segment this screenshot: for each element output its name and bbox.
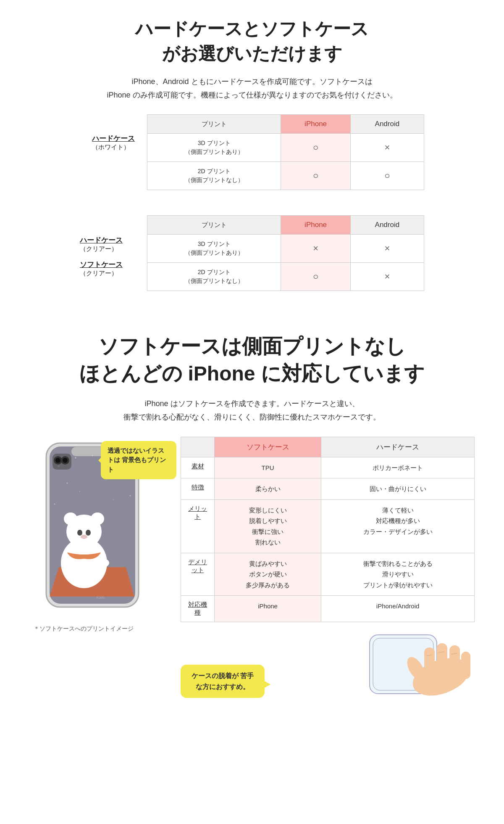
bottom-bubble: ケースの脱着が 苦手な方におすすめ。 xyxy=(181,665,265,698)
section1-description: iPhone、Android ともにハードケースを作成可能です。ソフトケースは … xyxy=(25,75,479,102)
table1-row-labels: ハードケース （ホワイト） xyxy=(80,114,147,156)
table1: プリント iPhone Android 3D プリント（側面プリントあり） ○ … xyxy=(147,114,424,190)
table1-header-android: Android xyxy=(350,115,424,134)
svg-rect-34 xyxy=(449,645,460,677)
compare-header-hard: ハードケース xyxy=(321,437,475,457)
svg-point-9 xyxy=(92,455,93,456)
comparison-area: 透過ではないイラストは 背景色もプリント xyxy=(25,437,479,707)
soft-merit: 変形しにくい脱着しやすい衝撃に強い割れない xyxy=(215,499,321,553)
table-row: 素材 TPU ポリカーボネート xyxy=(181,457,475,478)
label-material: 素材 xyxy=(181,457,215,478)
table2-label-main1: ハードケース xyxy=(80,235,147,245)
phone-image-container: 透過ではないイラストは 背景色もプリント xyxy=(42,437,160,622)
table2-label-main2: ソフトケース xyxy=(80,260,147,269)
svg-point-12 xyxy=(79,491,80,492)
section2: ソフトケースは側面プリントなし ほとんどの iPhone に対応しています iP… xyxy=(0,316,504,719)
table2-header-print: プリント xyxy=(147,216,281,235)
compare-table: ソフトケース ハードケース 素材 TPU ポリカーボネート 特徴 柔らかい 固い… xyxy=(181,437,475,623)
table1-header-iphone: iPhone xyxy=(281,115,350,134)
table2-header-android: Android xyxy=(350,216,424,235)
table1-wrapper: ハードケース （ホワイト） プリント iPhone Android 3D プリン… xyxy=(25,114,479,190)
table-row: メリット 変形しにくい脱着しやすい衝撃に強い割れない 薄くて軽い対応機種が多いカ… xyxy=(181,499,475,553)
table2-wrapper: ハードケース （クリアー） ソフトケース （クリアー） プリント iPhone … xyxy=(25,215,479,291)
phone-note: ＊ソフトケースへのプリントイメージ xyxy=(29,625,172,633)
hard-merit: 薄くて軽い対応機種が多いカラー・デザインが多い xyxy=(321,499,475,553)
table2-header-iphone: iPhone xyxy=(281,216,350,235)
svg-point-18 xyxy=(91,512,104,525)
table2-label-sub2: （クリアー） xyxy=(80,269,147,277)
table-row: 3D プリント（側面プリントあり） × × xyxy=(147,235,424,263)
table-row: 3D プリント（側面プリントあり） ○ × xyxy=(147,134,424,162)
table1-section: ハードケース （ホワイト） プリント iPhone Android 3D プリン… xyxy=(80,114,424,190)
table1-label-main: ハードケース xyxy=(92,134,135,143)
table1-label-sub: （ホワイト） xyxy=(92,143,135,151)
label-compatible: 対応機種 xyxy=(181,596,215,622)
table-row: デメリット 黄ばみやすいボタンが硬い多少厚みがある 衝撃で割れることがある滑りや… xyxy=(181,553,475,596)
section1: ハードケースとソフトケース がお選びいただけます iPhone、Android … xyxy=(0,0,504,316)
svg-point-20 xyxy=(86,530,91,536)
svg-point-10 xyxy=(54,503,55,504)
soft-compatible: iPhone xyxy=(215,596,321,622)
table2-label-sub1: （クリアー） xyxy=(80,245,147,253)
svg-text:Kaito: Kaito xyxy=(97,595,105,600)
svg-point-17 xyxy=(64,512,77,525)
table-row: 特徴 柔らかい 固い・曲がりにくい xyxy=(181,478,475,500)
soft-material: TPU xyxy=(215,457,321,478)
svg-point-13 xyxy=(113,499,114,500)
table-row: 2D プリント（側面プリントなし） ○ × xyxy=(147,263,424,291)
hand-case-illustration xyxy=(357,631,475,706)
soft-demerit: 黄ばみやすいボタンが硬い多少厚みがある xyxy=(215,553,321,596)
table-row: 2D プリント（側面プリントなし） ○ ○ xyxy=(147,162,424,190)
svg-point-4 xyxy=(75,457,76,458)
svg-point-11 xyxy=(130,495,131,496)
hard-demerit: 衝撃で割れることがある滑りやすいプリントが剥がれやすい xyxy=(321,553,475,596)
label-merit: メリット xyxy=(181,499,215,553)
table2: プリント iPhone Android 3D プリント（側面プリントあり） × … xyxy=(147,215,424,291)
table2-row-labels: ハードケース （クリアー） ソフトケース （クリアー） xyxy=(80,215,147,280)
label-feature: 特徴 xyxy=(181,478,215,500)
speech-bubble: 透過ではないイラストは 背景色もプリント xyxy=(101,441,176,480)
section2-title: ソフトケースは側面プリントなし ほとんどの iPhone に対応しています xyxy=(25,333,479,388)
section2-description: iPhone はソフトケースを作成できます。ハードケースと違い、 衝撃で割れる心… xyxy=(25,397,479,424)
table1-header-print: プリント xyxy=(147,115,281,134)
label-demerit: デメリット xyxy=(181,553,215,596)
svg-point-25 xyxy=(55,458,60,463)
svg-point-7 xyxy=(67,482,68,483)
compare-header-soft: ソフトケース xyxy=(215,437,321,457)
svg-point-22 xyxy=(92,558,109,568)
compare-table-area: ソフトケース ハードケース 素材 TPU ポリカーボネート 特徴 柔らかい 固い… xyxy=(181,437,475,707)
hard-material: ポリカーボネート xyxy=(321,457,475,478)
svg-point-19 xyxy=(77,530,82,536)
svg-rect-35 xyxy=(461,652,470,679)
table2-section: ハードケース （クリアー） ソフトケース （クリアー） プリント iPhone … xyxy=(80,215,424,291)
section1-title: ハードケースとソフトケース がお選びいただけます xyxy=(25,17,479,66)
table-row: 対応機種 iPhone iPhone/Android xyxy=(181,596,475,622)
compare-header-empty xyxy=(181,437,215,457)
svg-point-27 xyxy=(63,458,68,463)
hard-compatible: iPhone/Android xyxy=(321,596,475,622)
svg-rect-32 xyxy=(424,647,435,677)
svg-rect-33 xyxy=(437,643,447,677)
soft-feature: 柔らかい xyxy=(215,478,321,500)
hard-feature: 固い・曲がりにくい xyxy=(321,478,475,500)
phone-area: 透過ではないイラストは 背景色もプリント xyxy=(29,437,172,633)
svg-point-21 xyxy=(81,535,87,539)
